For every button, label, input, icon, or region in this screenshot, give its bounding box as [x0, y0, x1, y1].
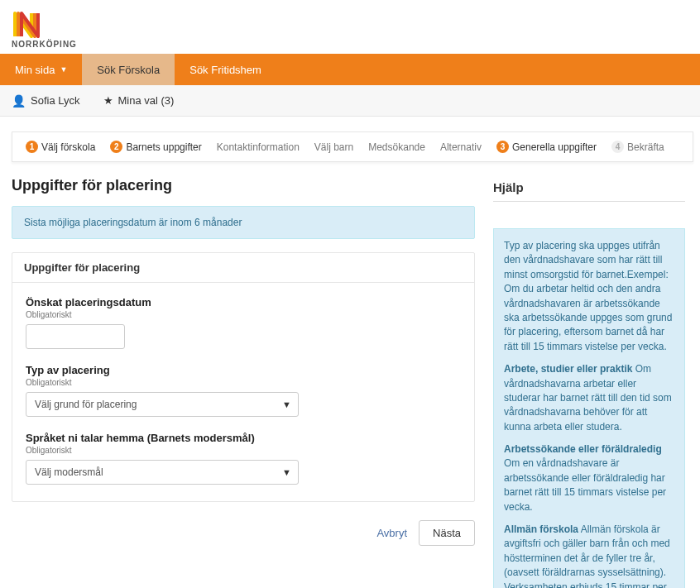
help-paragraph: Typ av placering ska uppges utifrån den …	[504, 239, 674, 354]
help-bold: Arbetssökande eller föräldraledig	[504, 443, 662, 455]
step-label: Bekräfta	[627, 141, 664, 153]
nav-label: Sök Fritidshem	[189, 64, 261, 76]
date-hint: Obligatoriskt	[26, 310, 461, 319]
help-paragraph: Arbetssökande eller föräldraledig Om en …	[504, 442, 674, 514]
chevron-down-icon: ▼	[282, 399, 291, 409]
step-valj-forskola[interactable]: 1 Välj förskola	[26, 141, 95, 153]
star-icon: ★	[103, 94, 113, 107]
step-label: Välj förskola	[41, 141, 95, 153]
step-number: 2	[110, 141, 122, 153]
logo-icon	[12, 8, 48, 38]
help-bold: Arbete, studier eller praktik	[504, 363, 632, 375]
step-generella-uppgifter[interactable]: 3 Generella uppgifter	[496, 141, 597, 153]
step-kontaktinformation[interactable]: Kontaktinformation	[217, 141, 300, 153]
date-label: Önskat placeringsdatum	[26, 296, 461, 308]
step-label: Välj barn	[314, 141, 353, 153]
page-title: Uppgifter för placering	[12, 177, 475, 194]
step-barnets-uppgifter[interactable]: 2 Barnets uppgifter	[110, 141, 201, 153]
lang-hint: Obligatoriskt	[26, 446, 461, 455]
help-box: Typ av placering ska uppges utifrån den …	[493, 228, 685, 588]
step-number: 4	[611, 141, 624, 153]
step-alternativ[interactable]: Alternativ	[440, 141, 482, 153]
next-button[interactable]: Nästa	[419, 520, 475, 546]
wizard-stepper: 1 Välj förskola 2 Barnets uppgifter Kont…	[12, 131, 693, 162]
select-value: Välj grund för placering	[35, 399, 137, 410]
step-medsokande[interactable]: Medsökande	[368, 141, 425, 153]
nav-sok-fritidshem[interactable]: Sök Fritidshem	[175, 54, 276, 85]
help-paragraph: Allmän förskola Allmän förskola är avgif…	[504, 523, 674, 588]
brand-logo: NORRKÖPING	[0, 0, 700, 54]
nav-label: Sök Förskola	[97, 64, 160, 76]
step-valj-barn[interactable]: Välj barn	[314, 141, 353, 153]
user-badge: 👤 Sofia Lyck	[0, 94, 92, 108]
field-home-language: Språket ni talar hemma (Barnets modersmå…	[26, 432, 461, 485]
step-label: Kontaktinformation	[217, 141, 300, 153]
info-alert: Sista möjliga placeringsdatum är inom 6 …	[12, 206, 475, 239]
step-label: Generella uppgifter	[512, 141, 597, 153]
favorites-label: Mina val (3)	[118, 94, 175, 107]
field-placement-date: Önskat placeringsdatum Obligatoriskt	[26, 296, 461, 349]
step-label: Medsökande	[368, 141, 425, 153]
placement-panel: Uppgifter för placering Önskat placering…	[12, 252, 475, 502]
nav-min-sida[interactable]: Min sida ▼	[0, 54, 82, 85]
step-bekrafta[interactable]: 4 Bekräfta	[611, 141, 664, 153]
panel-header: Uppgifter för placering	[12, 253, 474, 283]
placement-date-input[interactable]	[26, 324, 125, 349]
type-hint: Obligatoriskt	[26, 378, 461, 387]
placement-type-select[interactable]: Välj grund för placering ▼	[26, 392, 299, 417]
step-number: 1	[26, 141, 38, 153]
person-icon: 👤	[12, 94, 26, 108]
chevron-down-icon: ▼	[282, 467, 291, 477]
favorites-link[interactable]: ★ Mina val (3)	[92, 94, 186, 107]
help-bold: Allmän förskola	[504, 523, 578, 535]
step-label: Alternativ	[440, 141, 482, 153]
caret-down-icon: ▼	[60, 65, 67, 74]
form-actions: Avbryt Nästa	[12, 514, 475, 552]
help-title: Hjälp	[493, 177, 685, 202]
main-nav: Min sida ▼ Sök Förskola Sök Fritidshem	[0, 54, 700, 85]
lang-label: Språket ni talar hemma (Barnets modersmå…	[26, 432, 461, 444]
home-language-select[interactable]: Välj modersmål ▼	[26, 460, 299, 485]
nav-sok-forskola[interactable]: Sök Förskola	[82, 54, 175, 85]
cancel-link[interactable]: Avbryt	[376, 527, 407, 539]
step-number: 3	[496, 141, 509, 153]
help-paragraph: Arbete, studier eller praktik Om vårdnad…	[504, 362, 674, 434]
help-text: Om en vårdnadshavare är arbetssökande el…	[504, 457, 666, 512]
nav-label: Min sida	[15, 64, 55, 76]
brand-name: NORRKÖPING	[12, 40, 688, 49]
type-label: Typ av placering	[26, 364, 461, 376]
sub-nav: 👤 Sofia Lyck ★ Mina val (3)	[0, 85, 700, 117]
step-label: Barnets uppgifter	[126, 141, 201, 153]
user-name: Sofia Lyck	[31, 94, 80, 107]
field-placement-type: Typ av placering Obligatoriskt Välj grun…	[26, 364, 461, 417]
select-value: Välj modersmål	[35, 466, 103, 478]
